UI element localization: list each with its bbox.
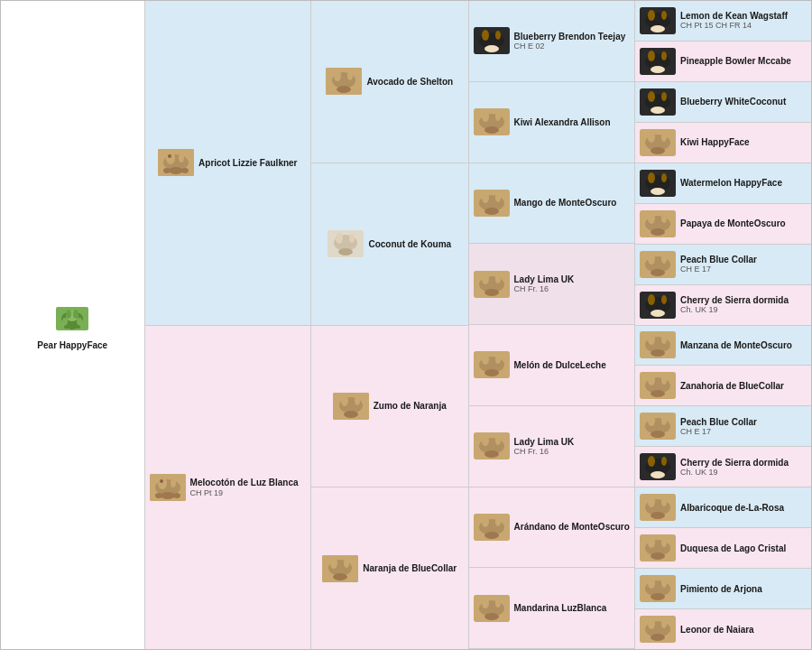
gen4-info-5: Lady Lima UK CH Fr. 16: [514, 437, 575, 456]
svg-point-85: [484, 613, 499, 620]
pedigree-chart: Pear HappyFace: [0, 0, 812, 650]
dog-icon: [640, 292, 676, 319]
svg-point-23: [161, 492, 175, 499]
svg-point-73: [482, 435, 489, 446]
gen3-seg-1: Coconut de Kouma: [311, 163, 468, 326]
gen2-name-0: Apricot Lizzie Faulkner: [198, 158, 297, 168]
gen5-entry-13: Duquesa de Lago Cristal: [635, 528, 811, 569]
gen5-name-10: Peach Blue Collar: [680, 417, 757, 427]
gen4-entry-2: Mango de MonteOscuro: [469, 163, 634, 245]
dog-icon: [640, 372, 676, 399]
svg-point-48: [482, 30, 489, 41]
gen5-name-12: Albaricoque de-La-Rosa: [680, 503, 784, 513]
svg-point-54: [495, 112, 501, 121]
gen3-seg-0: Avocado de Shelton: [311, 1, 468, 163]
gen5-name-13: Duquesa de Lago Cristal: [680, 543, 786, 553]
svg-point-135: [651, 390, 665, 397]
svg-point-118: [648, 254, 655, 265]
gen4-info-6: Arándano de MonteOscuro: [514, 522, 630, 532]
root-entry: Pear HappyFace: [28, 292, 116, 359]
svg-point-25: [173, 493, 180, 498]
svg-point-139: [661, 416, 667, 425]
gen5-entry-9: Zanahoria de BlueCollar: [635, 366, 811, 406]
gen3-entry-2: Zumo de Naranja: [328, 389, 451, 423]
gen5-thumb-9: [640, 372, 676, 399]
svg-point-84: [495, 599, 501, 608]
gen5-name-11: Cherry de Sierra dormida: [680, 458, 789, 468]
root-info: Pear HappyFace: [37, 340, 107, 350]
gen4-thumb-1: [474, 108, 510, 135]
gen4-name-0: Blueberry Brendon Teejay: [514, 32, 626, 42]
gen5-entry-12: Albaricoque de-La-Rosa: [635, 487, 811, 528]
dog-icon: [640, 453, 676, 480]
gen5-info-10: Peach Blue Collar CH E 17: [680, 417, 757, 436]
dog-icon: [640, 616, 676, 643]
gen3-entry-0: Avocado de Shelton: [321, 64, 457, 98]
svg-point-74: [495, 436, 501, 445]
gen5-entry-0: Lemon de Kean Wagstaff CH Pt 15 CH FR 14: [635, 1, 811, 42]
svg-point-130: [651, 349, 665, 357]
svg-point-69: [495, 355, 501, 364]
svg-point-140: [651, 431, 665, 438]
svg-point-89: [661, 11, 667, 20]
gen4-title-0: CH E 02: [514, 42, 626, 51]
gen5-info-5: Papaya de MonteOscuro: [680, 218, 786, 228]
gen5-title-0: CH Pt 15 CH FR 14: [680, 21, 788, 30]
gen5-thumb-4: [640, 170, 676, 197]
dog-icon: [322, 555, 358, 582]
svg-point-79: [495, 517, 501, 526]
svg-point-145: [651, 471, 665, 478]
dog-icon: [328, 230, 364, 257]
dog-icon: [640, 129, 676, 156]
svg-point-100: [651, 107, 665, 114]
svg-point-88: [648, 10, 655, 21]
svg-point-5: [62, 318, 68, 325]
svg-point-40: [344, 411, 358, 418]
gen5-info-8: Manzana de MonteOscuro: [680, 340, 792, 350]
dog-icon: [640, 575, 676, 602]
svg-point-80: [484, 532, 499, 539]
gen4-entry-6: Arándano de MonteOscuro: [469, 487, 634, 569]
svg-point-108: [648, 172, 655, 183]
gen3-info-0: Avocado de Shelton: [366, 77, 453, 87]
gen5-name-2: Blueberry WhiteCoconut: [680, 97, 786, 107]
gen5-thumb-2: [640, 88, 676, 116]
svg-point-9: [75, 325, 80, 329]
svg-point-123: [648, 294, 655, 305]
gen2-seg-bot: Melocotón de Luz Blanca CH Pt 19: [145, 326, 310, 650]
svg-point-105: [651, 147, 665, 154]
dog-icon: [474, 514, 510, 541]
svg-point-45: [333, 573, 347, 580]
svg-point-120: [651, 269, 665, 276]
gen3-info-3: Naranja de BlueCollar: [363, 563, 457, 573]
gen4-entry-5: Lady Lima UK CH Fr. 16: [469, 406, 634, 487]
dog-icon: [640, 170, 676, 197]
svg-point-114: [661, 214, 667, 223]
gen3-name-1: Coconut de Kouma: [368, 239, 451, 249]
gen5-name-6: Peach Blue Collar: [680, 255, 757, 265]
svg-point-128: [648, 334, 655, 345]
svg-point-24: [155, 493, 162, 498]
svg-point-93: [648, 51, 655, 61]
gen5-thumb-7: [640, 292, 676, 319]
gen3-name-2: Zumo de Naranja: [374, 401, 447, 411]
gen3-entry-1: Coconut de Kouma: [323, 227, 456, 261]
svg-point-148: [648, 497, 655, 507]
svg-point-104: [661, 133, 667, 142]
svg-point-68: [482, 354, 489, 365]
gen5-name-1: Pineapple Bowler Mccabe: [680, 56, 791, 66]
svg-point-35: [338, 248, 353, 255]
dog-icon: [640, 251, 676, 278]
gen2-name-1: Melocotón de Luz Blanca: [190, 478, 299, 487]
gen5-name-0: Lemon de Kean Wagstaff: [680, 11, 788, 21]
gen5-column: Lemon de Kean Wagstaff CH Pt 15 CH FR 14…: [635, 1, 811, 649]
svg-point-34: [349, 234, 355, 243]
gen2-seg-top: Apricot Lizzie Faulkner: [145, 1, 310, 326]
svg-point-125: [651, 310, 665, 317]
gen5-name-14: Pimiento de Arjona: [680, 584, 762, 594]
gen4-column: Blueberry Brendon Teejay CH E 02 Kiwi Al…: [469, 1, 635, 649]
svg-point-14: [168, 154, 171, 158]
gen4-entry-1: Kiwi Alexandra Allison: [469, 82, 634, 163]
svg-point-164: [661, 619, 667, 628]
gen5-entry-14: Pimiento de Arjona: [635, 569, 811, 609]
